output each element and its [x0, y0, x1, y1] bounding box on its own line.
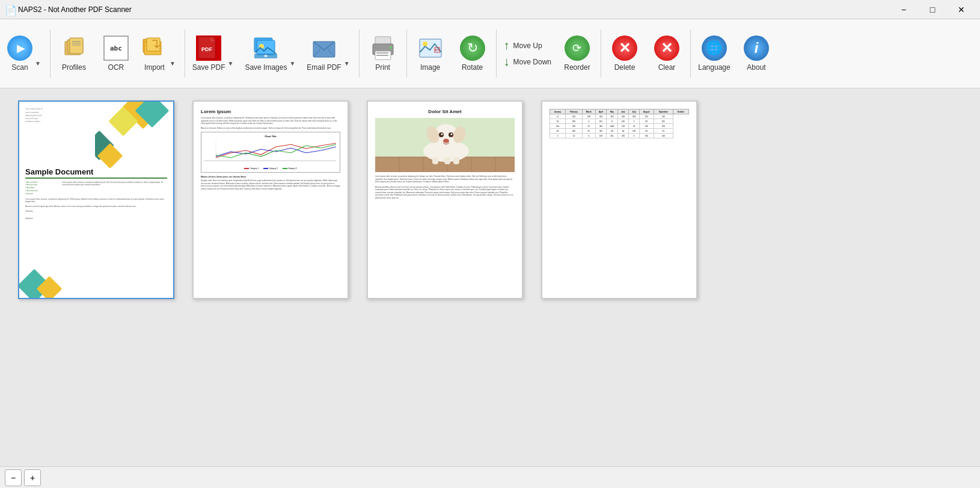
app-icon: 📄 — [5, 5, 14, 14]
language-label: Language — [698, 63, 730, 72]
zoom-out-button[interactable]: − — [5, 469, 22, 486]
window-controls: − □ ✕ — [890, 0, 975, 19]
move-down-row: ↓ Move Down — [504, 55, 551, 69]
ocr-button[interactable]: abc OCR — [95, 23, 137, 84]
page3-content: Dolor Sit Amet — [375, 109, 515, 199]
about-label: About — [747, 63, 765, 72]
move-updown-button[interactable]: ↑ Move Up ↓ Move Down — [499, 23, 556, 84]
svg-rect-27 — [376, 55, 388, 56]
svg-point-28 — [390, 46, 392, 49]
rotate-icon: ↻ — [460, 36, 485, 61]
language-button[interactable]: 🌐 Language — [693, 23, 735, 84]
save-pdf-icon: PDF — [196, 36, 221, 61]
save-pdf-button[interactable]: PDF Save PDF ▼ — [188, 23, 240, 84]
app-title: NAPS2 - Not Another PDF Scanner — [18, 5, 890, 14]
delete-icon: ✕ — [612, 36, 637, 61]
delete-button[interactable]: ✕ Delete — [604, 23, 646, 84]
svg-rect-61 — [444, 157, 450, 164]
separator-1 — [50, 29, 51, 78]
profiles-button[interactable]: Profiles — [53, 23, 95, 84]
svg-rect-2 — [70, 38, 83, 54]
import-icon — [142, 36, 167, 61]
import-dropdown-arrow[interactable]: ▼ — [168, 59, 177, 68]
import-button[interactable]: Import ▼ — [137, 23, 182, 84]
move-down-label: Move Down — [513, 58, 551, 66]
print-icon — [370, 36, 396, 61]
separator-7 — [690, 29, 691, 78]
save-images-dropdown-arrow[interactable]: ▼ — [287, 59, 297, 68]
print-label: Print — [375, 63, 390, 72]
separator-2 — [185, 29, 185, 78]
separator-6 — [601, 29, 601, 78]
image-icon — [418, 36, 443, 61]
separator-4 — [406, 29, 407, 78]
delete-label: Delete — [614, 63, 635, 72]
scan-dropdown-arrow[interactable]: ▼ — [33, 59, 43, 68]
reorder-button[interactable]: ⟳ Reorder — [556, 23, 598, 84]
email-pdf-dropdown-arrow[interactable]: ▼ — [342, 59, 352, 68]
language-icon: 🌐 — [702, 36, 727, 61]
rotate-button[interactable]: ↻ Rotate — [452, 23, 494, 84]
page-thumb-2[interactable]: Lorem Ipsum Lorem ipsum dolor sit amet, … — [192, 100, 349, 299]
main-content: Lorem ipsum dolor sit amet consectetur a… — [0, 88, 980, 466]
separator-3 — [359, 29, 360, 78]
toolbar: ▶ Scan ▼ Profiles abc OCR — [0, 19, 980, 88]
page4-content: January February March April May June Ju… — [550, 109, 689, 138]
scan-label: Scan — [11, 63, 28, 72]
page-thumb-1[interactable]: Lorem ipsum dolor sit amet consectetur a… — [18, 100, 174, 299]
close-button[interactable]: ✕ — [948, 0, 975, 19]
scan-button[interactable]: ▶ Scan ▼ — [2, 23, 47, 84]
ocr-label: OCR — [108, 63, 124, 72]
svg-rect-26 — [376, 52, 388, 54]
about-button[interactable]: i About — [735, 23, 777, 84]
import-label: Import — [144, 63, 165, 72]
move-down-icon: ↓ — [504, 55, 510, 69]
print-button[interactable]: Print — [362, 23, 404, 84]
image-button[interactable]: Image — [409, 23, 452, 84]
image-label: Image — [420, 63, 440, 72]
about-icon: i — [744, 36, 769, 61]
svg-point-57 — [441, 134, 443, 135]
page-thumb-3[interactable]: Dolor Sit Amet — [367, 100, 523, 299]
title-bar: 📄 NAPS2 - Not Another PDF Scanner − □ ✕ — [0, 0, 980, 19]
separator-5 — [496, 29, 497, 78]
email-pdf-button[interactable]: Email PDF ▼ — [302, 23, 356, 84]
save-pdf-dropdown-arrow[interactable]: ▼ — [226, 59, 236, 68]
zoom-in-button[interactable]: + — [24, 469, 41, 486]
status-bar: − + — [0, 466, 980, 488]
minimize-button[interactable]: − — [890, 0, 917, 19]
clear-icon: ✕ — [654, 36, 679, 61]
profiles-icon — [61, 36, 87, 61]
page1-main-content: Sample Document • Item one here• Item tw… — [25, 167, 167, 220]
scan-icon: ▶ — [7, 36, 32, 61]
save-images-label: Save Images — [245, 63, 287, 72]
move-up-label: Move Up — [513, 42, 542, 50]
ocr-icon: abc — [103, 36, 129, 61]
save-images-button[interactable]: Save Images ▼ — [240, 23, 302, 84]
page1-content: Lorem ipsum dolor sit amet consectetur a… — [25, 108, 167, 123]
clear-button[interactable]: ✕ Clear — [646, 23, 688, 84]
maximize-button[interactable]: □ — [919, 0, 946, 19]
svg-rect-62 — [453, 157, 459, 164]
rotate-label: Rotate — [462, 63, 483, 72]
svg-rect-15 — [257, 40, 275, 55]
reorder-label: Reorder — [564, 63, 590, 72]
email-pdf-label: Email PDF — [307, 63, 341, 72]
svg-point-59 — [443, 139, 449, 143]
reorder-icon: ⟳ — [565, 36, 590, 61]
clear-label: Clear — [658, 63, 676, 72]
svg-point-58 — [451, 134, 453, 135]
svg-rect-60 — [432, 157, 438, 164]
svg-text:PDF: PDF — [201, 46, 213, 52]
save-pdf-label: Save PDF — [192, 63, 225, 72]
move-up-row: ↑ Move Up — [504, 39, 542, 52]
page-thumb-4[interactable]: January February March April May June Ju… — [541, 100, 697, 299]
move-up-icon: ↑ — [504, 39, 510, 52]
email-pdf-icon — [311, 36, 337, 61]
save-images-icon — [253, 36, 278, 61]
page2-content: Lorem Ipsum Lorem ipsum dolor sit amet, … — [201, 109, 340, 190]
profiles-label: Profiles — [62, 63, 86, 72]
